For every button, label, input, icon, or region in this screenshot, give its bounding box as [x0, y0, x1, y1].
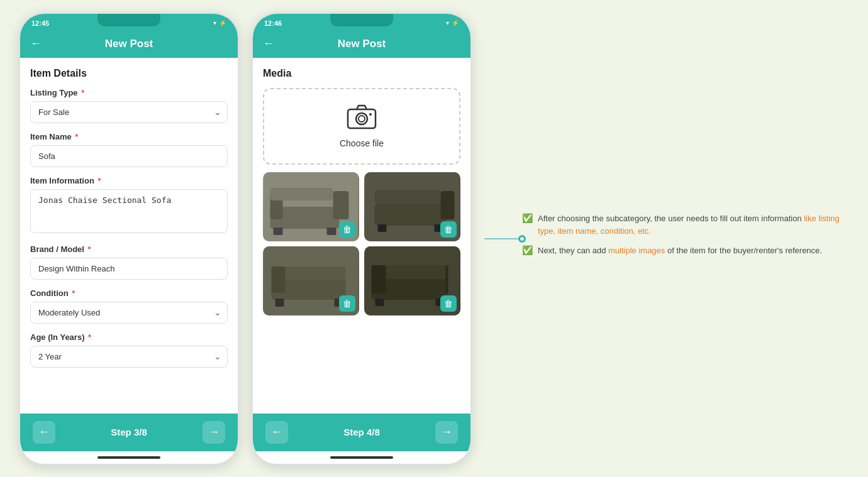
- phone-2-header: ← New Post: [253, 33, 470, 58]
- image-cell-4: 🗑: [364, 246, 460, 315]
- section-title-1: Item Details: [30, 68, 228, 79]
- annotation-item-2: ✅ Next, they can add multiple images of …: [522, 244, 849, 257]
- svg-rect-7: [270, 188, 333, 200]
- svg-rect-26: [372, 265, 386, 293]
- status-icons: ▾ ⚡: [213, 19, 226, 26]
- phone-2-step: Step 4/8: [343, 427, 380, 437]
- connector-line: [484, 238, 519, 239]
- check-icon-2: ✅: [522, 245, 533, 255]
- camera-icon: [347, 104, 377, 133]
- phone-2-back-btn[interactable]: ←: [265, 421, 288, 444]
- delete-btn-4[interactable]: 🗑: [440, 295, 457, 312]
- annotation-text-1: After choosing the subcategory, the user…: [538, 212, 849, 237]
- highlight-2: multiple images: [608, 246, 665, 255]
- required-star-5: *: [70, 288, 75, 298]
- image-cell-1: 🗑: [263, 172, 359, 241]
- home-indicator-1: [97, 456, 160, 459]
- connector: [484, 235, 526, 243]
- phone-2-footer: ← Step 4/8 →: [253, 414, 470, 451]
- svg-rect-0: [348, 109, 376, 128]
- phone-1-header: ← New Post: [20, 33, 238, 58]
- phone-2-forward-btn[interactable]: →: [435, 421, 458, 444]
- brand-model-input[interactable]: [30, 258, 228, 280]
- brand-model-label: Brand / Model *: [30, 244, 228, 254]
- age-select[interactable]: 1 Year 2 Year 3 Year 5+ Years: [30, 346, 228, 368]
- phone-2-bottom-bar: [253, 451, 470, 464]
- age-group: Age (In Years) * 1 Year 2 Year 3 Year 5+…: [30, 332, 228, 368]
- annotation-box: ✅ After choosing the subcategory, the us…: [522, 212, 849, 257]
- delete-btn-3[interactable]: 🗑: [339, 295, 355, 312]
- highlight-1: like listing type, item name, condition,…: [538, 214, 840, 236]
- listing-type-label: Listing Type *: [30, 88, 228, 97]
- age-label: Age (In Years) *: [30, 332, 228, 342]
- back-button-2[interactable]: ←: [263, 37, 274, 50]
- svg-rect-12: [375, 204, 447, 226]
- listing-type-group: Listing Type * For Sale For Rent Free ⌄: [30, 88, 228, 123]
- phone-2: 12:46 ▾ ⚡ ← New Post Media: [252, 13, 472, 465]
- phones-container: 12:45 ▾ ⚡ ← New Post Item Details Listin…: [19, 13, 849, 465]
- image-grid: 🗑 🗑: [263, 172, 460, 315]
- svg-rect-28: [376, 299, 384, 306]
- choose-file-label: Choose file: [340, 138, 384, 148]
- listing-type-select[interactable]: For Sale For Rent Free: [30, 101, 228, 123]
- svg-rect-14: [375, 190, 441, 204]
- svg-point-3: [369, 113, 372, 116]
- svg-rect-13: [441, 191, 455, 219]
- phone-1-body: Item Details Listing Type * For Sale For…: [20, 58, 238, 414]
- svg-rect-8: [333, 191, 349, 219]
- required-star-3: *: [96, 176, 101, 185]
- item-name-input[interactable]: [30, 145, 228, 167]
- item-info-label: Item Information *: [30, 176, 228, 185]
- phone-1-footer: ← Step 3/8 →: [20, 414, 238, 451]
- annotation-text-2: Next, they can add multiple images of th…: [538, 244, 822, 257]
- required-star-2: *: [73, 132, 79, 141]
- phone-2-title: New Post: [338, 38, 386, 50]
- section-title-2: Media: [263, 68, 460, 79]
- svg-rect-9: [274, 228, 283, 235]
- item-name-group: Item Name *: [30, 132, 228, 167]
- connector-dot: [518, 235, 526, 243]
- phone-2-body: Media Choose file: [253, 58, 470, 414]
- item-name-label: Item Name *: [30, 132, 228, 141]
- svg-point-1: [356, 113, 367, 124]
- condition-label: Condition *: [30, 288, 228, 298]
- check-icon-1: ✅: [522, 213, 533, 223]
- svg-point-2: [359, 116, 365, 122]
- delete-btn-2[interactable]: 🗑: [440, 221, 457, 238]
- phone-1-forward-btn[interactable]: →: [203, 421, 225, 444]
- svg-rect-20: [272, 266, 286, 293]
- back-button-1[interactable]: ←: [30, 37, 42, 50]
- wifi-icon: ▾: [213, 19, 216, 26]
- phone-2-notch: 12:46 ▾ ⚡: [253, 14, 470, 33]
- phone-1-step: Step 3/8: [111, 427, 147, 437]
- phone-1-back-btn[interactable]: ←: [33, 421, 55, 444]
- item-info-textarea[interactable]: Jonas Chaise Sectional Sofa: [30, 189, 228, 233]
- delete-btn-1[interactable]: 🗑: [339, 221, 355, 238]
- status-icons-2: ▾ ⚡: [446, 19, 459, 26]
- age-select-wrapper: 1 Year 2 Year 3 Year 5+ Years ⌄: [30, 346, 228, 368]
- file-upload-area[interactable]: Choose file: [263, 88, 460, 165]
- required-star-1: *: [79, 88, 85, 97]
- phone-1-time: 12:45: [31, 19, 49, 27]
- phone-2-time: 12:46: [264, 19, 282, 27]
- condition-group: Condition * Like New Gently Used Moderat…: [30, 288, 228, 324]
- condition-select[interactable]: Like New Gently Used Moderately Used Hea…: [30, 302, 228, 324]
- svg-rect-10: [327, 228, 337, 235]
- annotation-area: ✅ After choosing the subcategory, the us…: [484, 212, 849, 265]
- item-info-group: Item Information * Jonas Chaise Sectiona…: [30, 176, 228, 236]
- image-cell-3: 🗑: [263, 246, 359, 315]
- svg-rect-27: [446, 265, 448, 293]
- annotation-item-1: ✅ After choosing the subcategory, the us…: [522, 212, 849, 237]
- brand-model-group: Brand / Model *: [30, 244, 228, 280]
- phone-1: 12:45 ▾ ⚡ ← New Post Item Details Listin…: [19, 13, 239, 465]
- condition-select-wrapper: Like New Gently Used Moderately Used Hea…: [30, 302, 228, 324]
- home-indicator-2: [330, 456, 393, 459]
- image-cell-2: 🗑: [364, 172, 460, 241]
- phone-1-notch: 12:45 ▾ ⚡: [20, 14, 238, 33]
- listing-type-select-wrapper: For Sale For Rent Free ⌄: [30, 101, 228, 123]
- notch-pill-2: [330, 14, 393, 26]
- svg-rect-15: [378, 224, 387, 232]
- notch-pill: [97, 14, 160, 26]
- battery-icon-2: ⚡: [452, 19, 459, 26]
- phone-1-title: New Post: [105, 38, 153, 50]
